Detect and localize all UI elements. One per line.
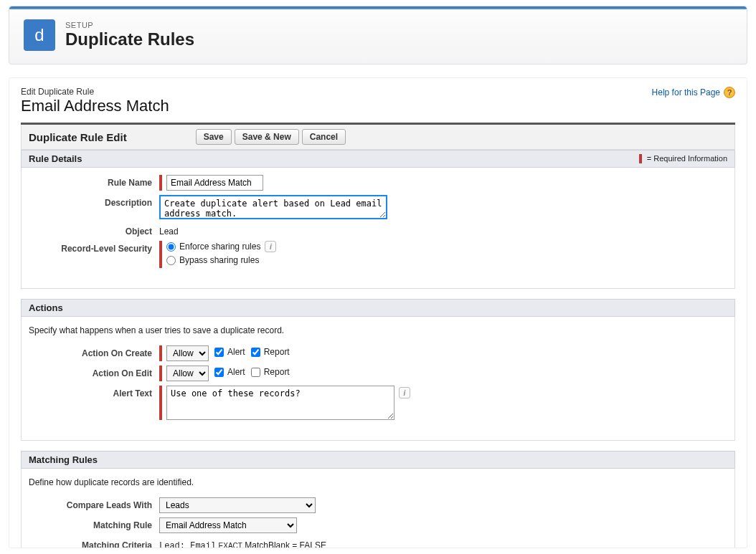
matching-body: Compare Leads With Leads Matching Rule E… [21, 497, 735, 548]
matching-criteria-label: Matching Criteria [29, 538, 159, 548]
alert-text-label: Alert Text [29, 386, 159, 398]
edit-alert-checkbox[interactable] [214, 368, 224, 377]
required-marker-icon [639, 154, 642, 163]
actions-header: Actions [21, 299, 735, 317]
create-report-checkbox[interactable] [251, 348, 260, 357]
edit-alert-label: Alert [227, 367, 245, 377]
header-eyebrow: SETUP [65, 21, 194, 29]
setup-page-header: d SETUP Duplicate Rules [9, 6, 747, 65]
edit-report-label: Report [264, 367, 290, 377]
required-info: = Required Information [639, 154, 727, 164]
info-icon[interactable]: i [265, 241, 276, 252]
edit-section-bar: Duplicate Rule Edit Save Save & New Canc… [21, 125, 735, 150]
security-label: Record-Level Security [29, 241, 159, 254]
save-and-new-button[interactable]: Save & New [235, 129, 299, 145]
cancel-button[interactable]: Cancel [302, 129, 346, 145]
help-icon: ? [724, 87, 735, 98]
edit-section-title: Duplicate Rule Edit [29, 131, 127, 143]
enforce-sharing-radio[interactable] [166, 242, 176, 252]
matching-rule-select[interactable]: Email Address Match [159, 517, 297, 533]
alert-text-textarea[interactable]: Use one of these records? [166, 386, 394, 420]
compare-with-label: Compare Leads With [29, 497, 159, 510]
rule-details-title: Rule Details [29, 153, 82, 164]
required-info-text: = Required Information [647, 154, 727, 163]
rule-details-header: Rule Details = Required Information [21, 150, 735, 168]
save-button[interactable]: Save [196, 129, 232, 145]
actions-intro: Specify what happens when a user tries t… [21, 317, 735, 345]
content-scroll-area[interactable]: Edit Duplicate Rule Email Address Match … [9, 77, 747, 548]
create-report-label: Report [264, 347, 290, 357]
bypass-sharing-label: Bypass sharing rules [179, 255, 259, 265]
bypass-sharing-radio[interactable] [166, 256, 176, 265]
object-value: Lead [159, 224, 179, 237]
create-alert-label: Alert [227, 347, 245, 357]
matching-intro: Define how duplicate records are identif… [21, 469, 735, 497]
page-title: Email Address Match [21, 97, 169, 115]
duplicate-rules-icon: d [24, 19, 55, 51]
actions-body: Action On Create Allow Alert Report Acti… [21, 345, 735, 441]
matching-rule-label: Matching Rule [29, 517, 159, 530]
info-icon[interactable]: i [399, 387, 410, 398]
action-on-edit-select[interactable]: Allow [166, 366, 209, 381]
action-on-edit-label: Action On Edit [29, 366, 159, 378]
rule-details-body: Rule Name Description Create duplicate a… [21, 168, 735, 289]
action-on-create-label: Action On Create [29, 345, 159, 358]
help-link[interactable]: Help for this Page ? [652, 87, 735, 98]
rule-name-label: Rule Name [29, 175, 159, 188]
matching-rules-title: Matching Rules [29, 454, 98, 465]
help-link-label: Help for this Page [652, 87, 720, 97]
enforce-sharing-label: Enforce sharing rules [179, 242, 260, 252]
header-title: Duplicate Rules [65, 29, 194, 49]
header-text-block: SETUP Duplicate Rules [65, 21, 194, 49]
matching-criteria-value: Lead: Email EXACT MatchBlank = FALSE [159, 538, 326, 548]
create-alert-checkbox[interactable] [214, 348, 224, 357]
breadcrumb: Edit Duplicate Rule [21, 87, 169, 97]
actions-title: Actions [29, 302, 63, 313]
description-label: Description [29, 195, 159, 208]
object-label: Object [29, 224, 159, 237]
action-on-create-select[interactable]: Allow [166, 345, 209, 361]
matching-rules-header: Matching Rules [21, 451, 735, 469]
compare-with-select[interactable]: Leads [159, 497, 316, 513]
description-textarea[interactable]: Create duplicate alert based on Lead ema… [159, 195, 387, 219]
page-title-row: Edit Duplicate Rule Email Address Match … [21, 87, 735, 115]
edit-report-checkbox[interactable] [251, 368, 260, 377]
rule-name-input[interactable] [166, 175, 263, 191]
